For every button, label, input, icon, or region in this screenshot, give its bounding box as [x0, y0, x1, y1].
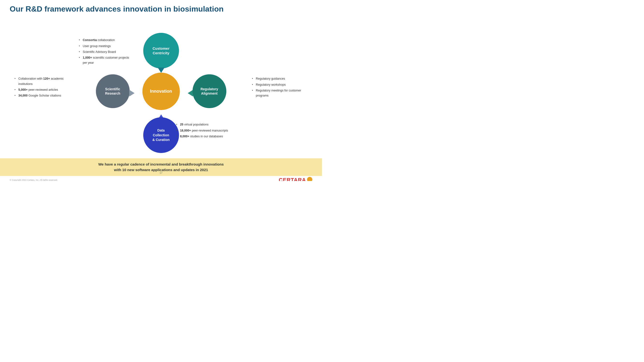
circle-customer-label: CustomerCentricity	[152, 46, 169, 55]
circle-data-label: DataCollection& Curation	[152, 128, 170, 142]
bullets-scientific: Collaboration with 120+ academic institu…	[14, 76, 68, 99]
bullet-consortia: Consortia collaboration	[79, 38, 132, 43]
page-number: 17	[160, 171, 162, 174]
footer-line1: We have a regular cadence of incremental…	[98, 162, 224, 166]
bullet-25: 25 virtual populations	[176, 122, 244, 127]
circle-scientific: ScientificResearch	[96, 74, 130, 108]
diagram-container: Consortia collaboration User group meeti…	[10, 28, 312, 158]
copyright-text: © Copyright 2022 Certara, Inc. All right…	[10, 179, 58, 181]
bullet-1000: 1,000+ scientific customer projects per …	[79, 55, 132, 66]
circle-regulatory-label: RegulatoryAlignment	[200, 87, 218, 96]
page-title: Our R&D framework advances innovation in…	[10, 4, 312, 13]
certara-logo-text: CERTARA	[279, 177, 306, 181]
circle-regulatory: RegulatoryAlignment	[192, 74, 226, 108]
bullet-120: Collaboration with 120+ academic institu…	[14, 76, 68, 87]
bullet-reg-workshops: Regulatory workshops	[252, 82, 308, 87]
bullet-18000: 18,000+ peer-reviewed manuscripts	[176, 128, 244, 133]
circle-innovation: Innovation	[142, 73, 180, 110]
certara-logo-circle	[307, 177, 312, 181]
bullet-advisory: Scientific Advisory Board	[79, 49, 132, 54]
copyright-bar: © Copyright 2022 Certara, Inc. All right…	[0, 176, 322, 181]
bullets-regulatory: Regulatory guidances Regulatory workshop…	[252, 76, 308, 99]
bullet-8000: 8,000+ studies in our databases	[176, 134, 244, 139]
bullet-reg-meetings: Regulatory meetings for customer program…	[252, 88, 308, 98]
circle-data: DataCollection& Curation	[143, 117, 179, 153]
bullets-customer: Consortia collaboration User group meeti…	[79, 38, 132, 66]
main-content: Our R&D framework advances innovation in…	[0, 0, 322, 158]
bullet-user-group: User group meetings	[79, 44, 132, 49]
circle-customer: CustomerCentricity	[143, 33, 179, 68]
bullets-data: 25 virtual populations 18,000+ peer-revi…	[176, 122, 244, 140]
arrow-down	[158, 67, 164, 73]
bullet-reg-guidances: Regulatory guidances	[252, 76, 308, 81]
slide: Our R&D framework advances innovation in…	[0, 0, 322, 181]
circle-scientific-label: ScientificResearch	[105, 87, 120, 96]
footer-text: We have a regular cadence of incremental…	[10, 162, 312, 173]
circle-innovation-label: Innovation	[150, 89, 172, 94]
arrow-left	[188, 90, 193, 96]
arrow-right	[129, 90, 134, 96]
bullet-34000: 34,000 Google Scholar citations	[14, 93, 68, 98]
bullet-5000: 5,000+ peer-reviewed articles	[14, 87, 68, 92]
certara-logo: CERTARA	[279, 177, 312, 181]
